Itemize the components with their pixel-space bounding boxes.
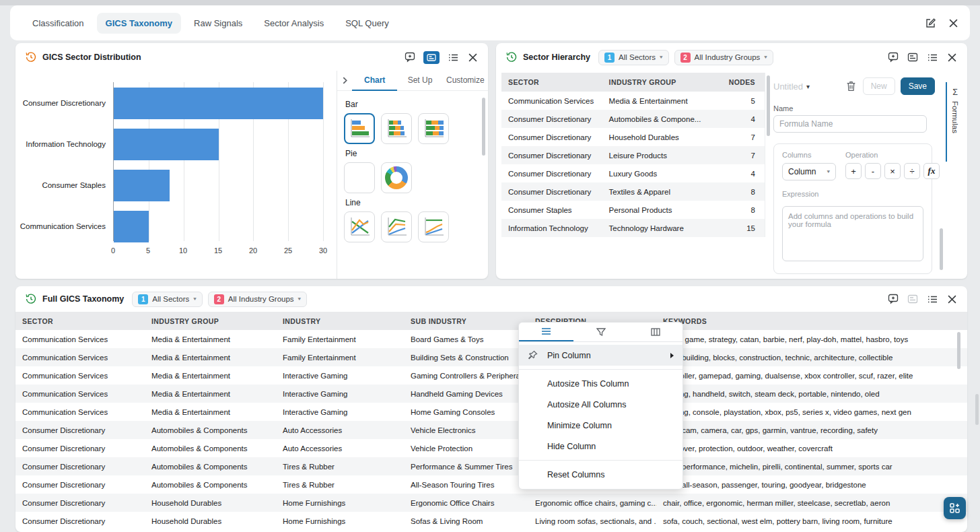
menu-item-hide-column[interactable]: Hide Column	[519, 436, 682, 457]
columns-icon[interactable]	[628, 323, 682, 341]
column-header[interactable]: INDUSTRY GROUP	[602, 78, 718, 86]
menu-item-autosize-all-columns[interactable]: Autosize All Columns	[519, 394, 682, 415]
table-row[interactable]: Consumer DiscretionaryLeisure Products7	[501, 146, 765, 164]
tab-gics-taxonomy[interactable]: GICS Taxonomy	[97, 13, 181, 34]
table-row[interactable]: Communication ServicesMedia & Entertainm…	[15, 366, 967, 385]
table-row[interactable]: Consumer DiscretionaryAutomobiles & Comp…	[501, 110, 765, 128]
tab-sector-analysis[interactable]: Sector Analysis	[255, 13, 332, 34]
chart-type-pie-icon[interactable]	[344, 162, 375, 193]
filter-chip-all-sectors[interactable]: 1All Sectors▾	[598, 50, 669, 65]
chart-type-bar-grouped-icon[interactable]	[344, 113, 375, 144]
column-header[interactable]: INDUSTRY GROUP	[145, 317, 276, 325]
chevron-down-icon: ▾	[764, 55, 767, 60]
settings-tab-customize[interactable]: Customize	[443, 71, 488, 91]
settings-tab-set-up[interactable]: Set Up	[397, 71, 442, 91]
table-row[interactable]: Information TechnologyTechnology Hardwar…	[501, 219, 765, 237]
taxonomy-scrollbar[interactable]	[957, 332, 960, 369]
table-row[interactable]: Consumer StaplesPersonal Products8	[501, 201, 765, 219]
chart-type-bar-percent-icon[interactable]	[418, 113, 449, 144]
formulas-side-tab[interactable]: Σ Formulas	[946, 82, 963, 162]
page-scrollbar[interactable]	[975, 394, 979, 425]
close-icon[interactable]	[466, 51, 479, 63]
close-icon[interactable]	[947, 17, 959, 29]
tab-raw-signals[interactable]: Raw Signals	[185, 13, 251, 34]
operation-op-button[interactable]: ÷	[904, 163, 920, 179]
funnel-icon[interactable]	[573, 323, 628, 341]
column-header[interactable]: NODES	[718, 78, 765, 86]
column-select[interactable]: Column ▾	[782, 163, 836, 180]
menu-item-pin-column[interactable]: Pin Column	[519, 345, 682, 366]
chart-type-bar-stacked-icon[interactable]	[381, 113, 412, 144]
column-header[interactable]: SUB INDUSTRY	[404, 317, 528, 325]
menu-item-reset-columns[interactable]: Reset Columns	[519, 464, 682, 485]
cards-icon[interactable]	[907, 293, 919, 305]
settings-scrollbar[interactable]	[482, 98, 485, 156]
formula-scrollbar[interactable]	[940, 228, 943, 270]
cell-keywords: car cover, protection, outdoor, weather,…	[656, 444, 936, 453]
comment-plus-icon[interactable]	[887, 293, 899, 305]
comment-plus-icon[interactable]	[887, 51, 899, 63]
list-view-icon[interactable]	[926, 293, 938, 305]
formula-selector[interactable]: Untitled ▾	[773, 81, 810, 92]
column-header[interactable]: SECTOR	[501, 78, 602, 86]
table-row[interactable]: Communication ServicesMedia & Entertainm…	[15, 385, 967, 403]
chart-type-line-cross-icon[interactable]	[344, 211, 375, 242]
table-row[interactable]: Consumer DiscretionaryHousehold Durables…	[15, 512, 967, 530]
trash-icon[interactable]	[845, 80, 858, 92]
list-view-icon[interactable]	[447, 51, 459, 63]
save-formula-button[interactable]: Save	[901, 77, 935, 95]
formula-editor: Untitled ▾ New Save Name Columns Column …	[773, 77, 935, 274]
column-header[interactable]: KEYWORDS	[656, 317, 936, 325]
cell-industry_group: Automobiles & Components	[145, 481, 276, 489]
column-header[interactable]: SECTOR	[15, 317, 145, 325]
menu-item-minimize-column[interactable]: Minimize Column	[519, 415, 682, 436]
card-view-icon[interactable]	[423, 51, 440, 64]
formula-name-input[interactable]	[773, 115, 927, 133]
table-row[interactable]: Communication ServicesMedia & Entertainm…	[15, 403, 967, 421]
comment-plus-icon[interactable]	[404, 51, 416, 63]
edit-icon[interactable]	[924, 17, 936, 29]
close-icon[interactable]	[946, 293, 958, 305]
tab-classification[interactable]: Classification	[24, 13, 93, 34]
filter-chip-all-industry-groups[interactable]: 2All Industry Groups▾	[208, 292, 307, 307]
chart-type-donut-icon[interactable]	[381, 162, 412, 193]
table-row[interactable]: Consumer DiscretionaryHousehold Durables…	[15, 494, 967, 512]
expression-textarea[interactable]	[782, 206, 923, 261]
close-icon[interactable]	[946, 51, 958, 63]
hierarchy-scrollbar[interactable]	[767, 75, 770, 136]
table-row[interactable]: Consumer DiscretionaryAutomobiles & Comp…	[15, 457, 967, 475]
filter-chip-all-sectors[interactable]: 1All Sectors▾	[132, 292, 203, 307]
new-formula-button[interactable]: New	[863, 77, 895, 95]
cell-industry_group: Personal Products	[602, 206, 718, 214]
table-row[interactable]: Consumer DiscretionaryAutomobiles & Comp…	[15, 475, 967, 494]
column-header[interactable]: INDUSTRY	[276, 317, 404, 325]
operation-op-button[interactable]: -	[865, 163, 881, 179]
settings-tab-chart[interactable]: Chart	[352, 71, 397, 91]
table-row[interactable]: Communication ServicesMedia & Entertainm…	[15, 348, 967, 366]
cell-industry_group: Luxury Goods	[602, 170, 718, 178]
chart-type-line-rise-icon[interactable]	[418, 211, 449, 242]
tab-sql-query[interactable]: SQL Query	[337, 13, 398, 34]
filter-chip-all-industry-groups[interactable]: 2All Industry Groups▾	[674, 50, 773, 65]
menu-item-autosize-this-column[interactable]: Autosize This Column	[519, 373, 682, 394]
operation-fx-button[interactable]: fx	[923, 163, 940, 179]
list-view-icon[interactable]	[926, 51, 938, 63]
operation-op-button[interactable]: +	[845, 163, 862, 179]
cell-sector: Information Technology	[501, 224, 602, 232]
collapse-panel-icon[interactable]	[341, 75, 352, 86]
bar-consumer-staples	[114, 170, 170, 201]
add-widget-button[interactable]	[944, 497, 966, 519]
operation-op-button[interactable]: ×	[884, 163, 901, 179]
cards-icon[interactable]	[907, 51, 919, 63]
chart-type-line-peak-icon[interactable]	[381, 211, 412, 242]
menu-bars-icon[interactable]	[519, 323, 573, 341]
table-row[interactable]: Consumer DiscretionaryAutomobiles & Comp…	[15, 421, 967, 439]
table-row[interactable]: Consumer DiscretionaryLuxury Goods4	[501, 164, 765, 182]
table-row[interactable]: Consumer DiscretionaryTextiles & Apparel…	[501, 182, 765, 201]
x-tick: 0	[111, 246, 115, 255]
table-row[interactable]: Consumer DiscretionaryHousehold Durables…	[501, 128, 765, 146]
table-row[interactable]: Communication ServicesMedia & Entertainm…	[501, 92, 765, 110]
filter-chip-label: All Industry Groups	[228, 295, 294, 303]
table-row[interactable]: Consumer DiscretionaryAutomobiles & Comp…	[15, 439, 967, 457]
table-row[interactable]: Communication ServicesMedia & Entertainm…	[15, 330, 967, 348]
